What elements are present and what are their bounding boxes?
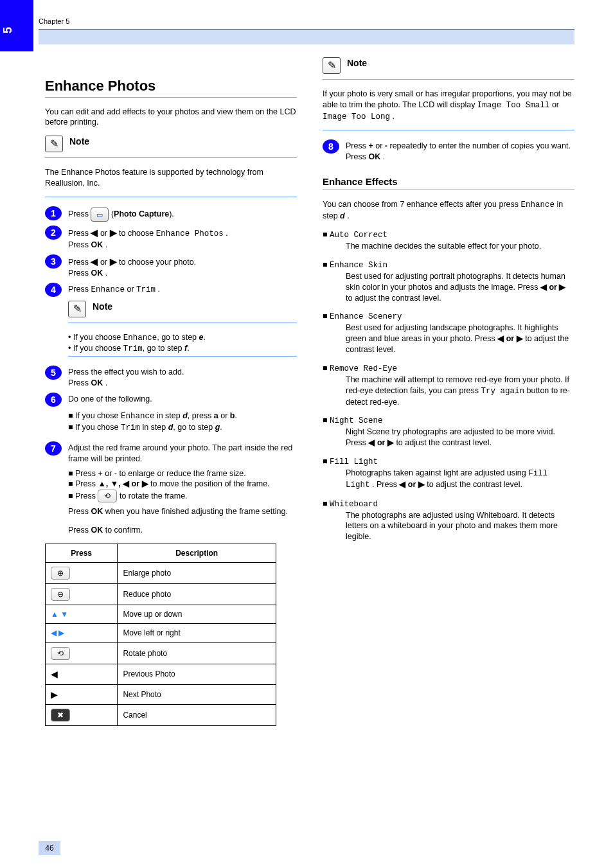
step-7-number: 7 bbox=[45, 441, 62, 456]
s6b0-or: or bbox=[218, 411, 230, 420]
eff3-btn: Try again bbox=[481, 387, 525, 396]
step-2-post: to choose bbox=[119, 229, 156, 238]
step-4-pre: Press bbox=[68, 285, 91, 294]
eff2-arrows: ◀ or ▶ bbox=[497, 334, 522, 343]
step-5-ok: OK bbox=[91, 378, 103, 387]
step-1: 1 Press ▭ (Photo Capture). bbox=[45, 206, 297, 222]
step-7: 7 Adjust the red frame around your photo… bbox=[45, 441, 297, 465]
step-4-number: 4 bbox=[45, 283, 62, 297]
s7b1-post: to move the position of the frame. bbox=[148, 479, 270, 488]
effects-intro-pre: You can choose from 7 enhance effects af… bbox=[323, 200, 521, 209]
note-label: Note bbox=[69, 136, 89, 148]
step-6: 6 Do one of the following. bbox=[45, 393, 297, 407]
zoom-in-icon[interactable]: ⊕ bbox=[51, 567, 70, 580]
step-8-number: 8 bbox=[323, 139, 339, 154]
s8-or: or bbox=[375, 141, 385, 150]
step-7-bullets: ■ Press + or - to enlarge or reduce the … bbox=[68, 468, 297, 536]
td-desc: Rotate photo bbox=[118, 642, 276, 664]
eff5-name: Fill Light bbox=[330, 457, 378, 466]
s4n1-lead: If you choose bbox=[73, 344, 123, 353]
col-press: Press bbox=[46, 544, 118, 563]
s7-final-pre: Press bbox=[68, 507, 91, 516]
effect-whiteboard: ■ Whiteboard The photographs are adjuste… bbox=[323, 499, 574, 543]
eff1-pre: Best used for adjusting portrait photogr… bbox=[346, 272, 565, 292]
note-right-text: If your photo is very small or has irreg… bbox=[323, 89, 574, 123]
chapter-label: Chapter 5 bbox=[39, 17, 574, 26]
table-row: ◀ ▶ Move left or right bbox=[46, 624, 276, 642]
keys-table: Press Description ⊕ Enlarge photo ⊖ Redu… bbox=[45, 544, 276, 726]
s8-end: . bbox=[383, 152, 385, 161]
step-1-number: 1 bbox=[45, 206, 62, 220]
s4n0-enhance: Enhance bbox=[123, 333, 157, 342]
effect-fill-light: ■ Fill Light Photographs taken against l… bbox=[323, 456, 574, 491]
arrow-left-right-icon[interactable]: ◀ ▶ bbox=[51, 628, 64, 637]
note-rule-bottom bbox=[45, 197, 297, 197]
nr-end: . bbox=[393, 112, 395, 121]
note-rule bbox=[45, 157, 297, 158]
note-text: The Enhance Photos feature is supported … bbox=[45, 167, 297, 189]
s8-second: Press bbox=[346, 152, 368, 161]
section-rule bbox=[45, 97, 297, 98]
s6b1-tail: . bbox=[220, 423, 222, 432]
col-desc: Description bbox=[118, 544, 276, 563]
note-pencil-icon-2: ✎ bbox=[68, 301, 86, 317]
zoom-out-icon[interactable]: ⊖ bbox=[51, 588, 70, 601]
step-6-header: Do one of the following. bbox=[68, 394, 152, 403]
s4n1-mid: , go to step bbox=[143, 344, 184, 353]
eff1-post: to adjust the contrast level. bbox=[346, 294, 441, 303]
step-2-ok: OK bbox=[91, 240, 103, 249]
step-6-bullets: ■ If you chose Enhance in step d, press … bbox=[68, 411, 297, 434]
effects-intro: You can choose from 7 enhance effects af… bbox=[323, 199, 574, 222]
s7b2-pre: Press bbox=[75, 492, 98, 500]
photo-capture-icon[interactable]: ▭ bbox=[91, 208, 109, 222]
note-rule-r2 bbox=[323, 130, 574, 130]
td-desc: Reduce photo bbox=[118, 584, 276, 605]
step-2: 2 Press ◀ or ▶ to choose Enhance Photos … bbox=[45, 226, 297, 251]
effects-intro-ref: d bbox=[340, 211, 345, 220]
page-header: Chapter 5 bbox=[39, 0, 574, 44]
arrow-up-down-icon[interactable]: ▲ ▼ bbox=[51, 610, 68, 619]
note-rule-r1 bbox=[323, 79, 574, 80]
header-band bbox=[39, 29, 574, 44]
chapter-tab: 5 bbox=[0, 0, 33, 51]
effect-auto-correct: ■ Auto Correct The machine decides the s… bbox=[323, 229, 574, 252]
prev-icon[interactable]: ◀ bbox=[51, 669, 58, 679]
td-desc: Move up or down bbox=[118, 605, 276, 624]
table-row: ▲ ▼ Move up or down bbox=[46, 605, 276, 624]
s6b0-mid2: , press bbox=[188, 411, 214, 420]
section-title-enhance-photos: Enhance Photos bbox=[45, 76, 297, 96]
s6b1-lead: If you chose bbox=[75, 423, 121, 432]
rotate-icon-2[interactable]: ⟲ bbox=[51, 647, 70, 660]
eff3-name: Remove Red-Eye bbox=[330, 364, 397, 373]
eff5-post: to adjust the contrast level. bbox=[427, 480, 522, 489]
note-label-2: Note bbox=[93, 301, 112, 313]
s6b0-ref: d bbox=[182, 411, 188, 420]
note-pencil-icon: ✎ bbox=[45, 136, 63, 152]
cancel-icon[interactable]: ✖ bbox=[51, 709, 70, 722]
s4n0-mid: , go to step bbox=[157, 333, 199, 342]
effects-intro-enhance: Enhance bbox=[521, 200, 555, 209]
eff6-desc: The photographs are adjusted using White… bbox=[346, 510, 574, 543]
note-block: ✎ Note bbox=[45, 136, 297, 152]
eff2-name: Enhance Scenery bbox=[330, 312, 402, 321]
step-4: 4 Press Enhance or Trim . bbox=[45, 283, 297, 297]
step-2-pre: Press bbox=[68, 229, 91, 238]
td-desc: Move left or right bbox=[118, 624, 276, 642]
note-label-3: Note bbox=[347, 57, 367, 69]
effect-enhance-skin: ■ Enhance Skin Best used for adjusting p… bbox=[323, 260, 574, 304]
next-icon[interactable]: ▶ bbox=[51, 689, 58, 700]
eff4-post: to adjust the contrast level. bbox=[396, 438, 492, 447]
step-4-end: . bbox=[158, 285, 160, 294]
step-2-end: . bbox=[226, 229, 227, 238]
nr-lcd1: Image Too Small bbox=[477, 101, 550, 110]
step-3-pre: Press bbox=[68, 258, 91, 267]
s6b0-lead: If you chose bbox=[75, 411, 121, 420]
rotate-icon[interactable]: ⟲ bbox=[98, 490, 117, 502]
note-block-right: ✎ Note bbox=[323, 57, 574, 74]
right-column: ✎ Note If your photo is very small or ha… bbox=[323, 57, 574, 727]
right-arrow-icon: ▶ bbox=[110, 227, 117, 238]
effect-night-scene: ■ Night Scene Night Scene try photograph… bbox=[323, 415, 574, 448]
subsection-enhance-effects: Enhance Effects bbox=[323, 175, 574, 188]
step-4-opt2: Trim bbox=[136, 285, 155, 294]
s7-final2-ok: OK bbox=[91, 526, 103, 535]
